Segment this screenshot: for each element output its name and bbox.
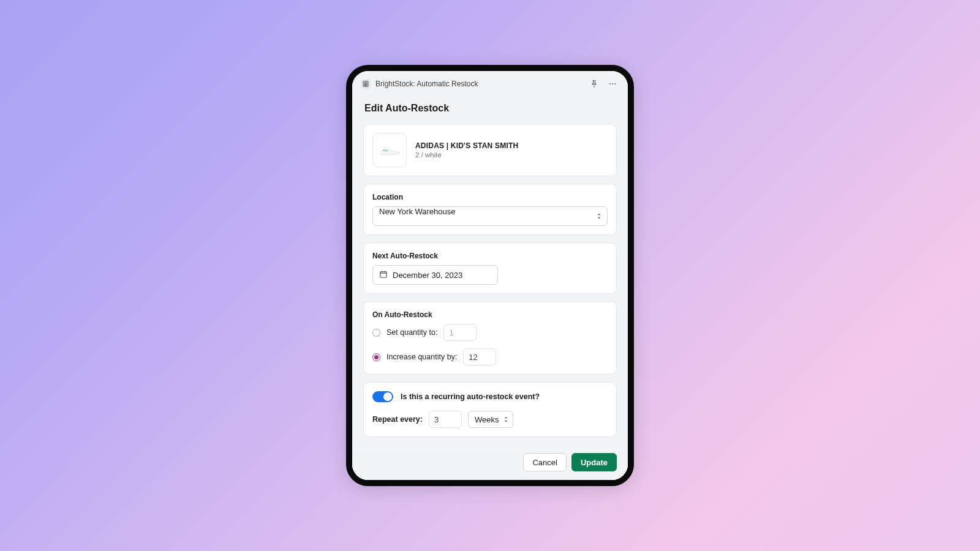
chevron-updown-icon [503,416,509,423]
calendar-icon [379,270,388,280]
content: Edit Auto-Restock ADIDAS | KID'S STAN SM… [352,97,628,446]
date-input[interactable]: December 30, 2023 [372,265,498,285]
svg-rect-3 [366,84,368,86]
on-restock-label: On Auto-Restock [372,310,608,319]
repeat-row: Repeat every: Weeks [372,411,608,428]
repeat-unit-select[interactable]: Weeks [468,411,513,428]
increase-quantity-row: Increase quantity by: [372,348,608,365]
location-value: New York Warehouse [379,207,456,216]
cancel-button[interactable]: Cancel [523,453,566,471]
radio-set-quantity[interactable] [372,329,380,337]
footer: Cancel Update [352,446,628,480]
svg-rect-2 [364,84,366,86]
update-button[interactable]: Update [571,453,617,471]
increase-quantity-input[interactable] [463,348,496,365]
repeat-value-input[interactable] [429,411,462,428]
chevron-updown-icon [596,212,602,220]
repeat-label: Repeat every: [372,415,423,424]
next-restock-label: Next Auto-Restock [372,252,608,260]
product-card: ADIDAS | KID'S STAN SMITH 2 / white [363,124,617,176]
next-restock-card: Next Auto-Restock December 30, 2023 [363,242,617,294]
svg-point-5 [612,83,613,84]
svg-rect-1 [364,83,367,84]
radio-increase-quantity[interactable] [372,353,380,361]
screen: BrightStock: Automatic Restock Edit Auto… [352,71,628,480]
location-card: Location New York Warehouse [363,184,617,235]
topbar: BrightStock: Automatic Restock [352,71,628,97]
svg-point-4 [609,83,611,84]
location-select[interactable]: New York Warehouse [372,206,608,226]
app-title: BrightStock: Automatic Restock [375,80,582,88]
pin-icon[interactable] [587,77,601,91]
svg-point-6 [614,83,616,84]
product-name: ADIDAS | KID'S STAN SMITH [415,141,518,150]
location-label: Location [372,193,608,201]
app-icon [361,79,371,89]
recurring-card: Is this a recurring auto-restock event? … [363,382,617,437]
recurring-toggle[interactable] [372,391,393,402]
recurring-toggle-row: Is this a recurring auto-restock event? [372,391,608,402]
product-variant: 2 / white [415,151,518,159]
repeat-unit-value: Weeks [475,415,499,424]
set-quantity-row: Set quantity to: [372,324,608,341]
page-title: Edit Auto-Restock [363,99,617,116]
more-icon[interactable] [606,77,619,91]
recurring-toggle-label: Is this a recurring auto-restock event? [401,392,540,401]
on-restock-card: On Auto-Restock Set quantity to: Increas… [363,301,617,375]
product-thumbnail [372,133,407,167]
svg-rect-7 [380,271,387,277]
date-value: December 30, 2023 [393,271,462,280]
product-info: ADIDAS | KID'S STAN SMITH 2 / white [415,141,518,159]
set-quantity-label: Set quantity to: [386,328,437,337]
set-quantity-input[interactable] [443,324,477,341]
device-frame: BrightStock: Automatic Restock Edit Auto… [346,65,634,486]
increase-quantity-label: Increase quantity by: [386,353,457,361]
